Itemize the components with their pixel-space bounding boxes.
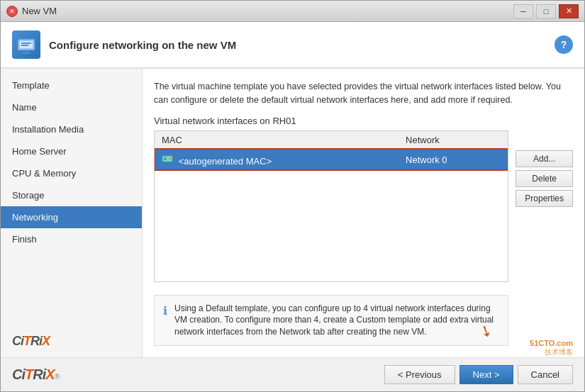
dialog-header: Configure networking on the new VM ? xyxy=(1,22,584,69)
delete-button[interactable]: Delete xyxy=(516,170,573,187)
mac-cell: <autogenerated MAC> xyxy=(155,149,399,170)
sidebar: Template Name Installation Media Home Se… xyxy=(1,69,143,357)
title-bar-controls: ─ □ ✕ xyxy=(513,4,579,18)
maximize-button[interactable]: □ xyxy=(536,4,556,18)
svg-point-8 xyxy=(169,157,172,160)
table-row[interactable]: <autogenerated MAC> Network 0 xyxy=(155,149,508,170)
close-button[interactable]: ✕ xyxy=(559,4,579,18)
minimize-button[interactable]: ─ xyxy=(513,4,533,18)
vni-label: Virtual network interfaces on RH01 xyxy=(154,116,573,126)
sidebar-item-installation-media[interactable]: Installation Media xyxy=(1,118,142,140)
dialog-title: Configure networking on the new VM xyxy=(49,39,236,51)
svg-rect-2 xyxy=(21,43,31,44)
info-icon: ℹ xyxy=(163,303,167,319)
sidebar-item-finish[interactable]: Finish xyxy=(1,228,142,250)
footer-buttons: < Previous Next > Cancel xyxy=(384,365,573,384)
sidebar-item-cpu-memory[interactable]: CPU & Memory xyxy=(1,162,142,184)
mac-column-header: MAC xyxy=(155,131,399,150)
svg-rect-7 xyxy=(164,157,167,160)
sidebar-items-list: Template Name Installation Media Home Se… xyxy=(1,69,142,256)
title-bar-left: ✕ New VM xyxy=(6,6,57,17)
footer-left: CiTRiX® xyxy=(12,366,60,383)
dialog-body: Template Name Installation Media Home Se… xyxy=(1,69,584,357)
window-title: New VM xyxy=(22,6,57,16)
sidebar-item-storage[interactable]: Storage xyxy=(1,184,142,206)
sidebar-citrix-logo: CiTRiX xyxy=(1,324,142,357)
sidebar-item-template[interactable]: Template xyxy=(1,74,142,96)
next-button[interactable]: Next > xyxy=(459,365,513,384)
header-left: Configure networking on the new VM xyxy=(12,30,236,59)
network-table: MAC Network xyxy=(155,131,508,170)
info-box: ℹ Using a Default template, you can conf… xyxy=(154,295,508,346)
network-content: MAC Network xyxy=(154,130,573,347)
section-description: The virtual machine template you have se… xyxy=(154,80,573,107)
svg-rect-5 xyxy=(22,52,30,54)
title-bar: ✕ New VM ─ □ ✕ xyxy=(1,1,584,22)
window-close-icon[interactable]: ✕ xyxy=(6,6,18,17)
cancel-button[interactable]: Cancel xyxy=(518,365,573,384)
properties-button[interactable]: Properties xyxy=(516,190,573,207)
table-section: MAC Network xyxy=(154,130,508,347)
dialog-footer: CiTRiX® < Previous Next > Cancel xyxy=(1,357,584,391)
footer-citrix-logo: CiTRiX® xyxy=(12,366,60,383)
main-panel: The virtual machine template you have se… xyxy=(143,69,584,357)
help-button[interactable]: ? xyxy=(555,35,573,54)
info-text: Using a Default template, you can config… xyxy=(174,303,499,338)
network-row-icon xyxy=(162,153,173,164)
sidebar-item-networking[interactable]: Networking xyxy=(1,206,142,228)
sidebar-item-home-server[interactable]: Home Server xyxy=(1,140,142,162)
network-cell: Network 0 xyxy=(399,149,508,170)
header-icon xyxy=(12,30,40,59)
previous-button[interactable]: < Previous xyxy=(384,365,455,384)
network-column-header: Network xyxy=(399,131,508,150)
network-table-container: MAC Network xyxy=(154,130,508,282)
svg-rect-3 xyxy=(21,45,28,46)
sidebar-item-name[interactable]: Name xyxy=(1,96,142,118)
main-window: ✕ New VM ─ □ ✕ Configure networking on t… xyxy=(0,0,585,392)
action-buttons: Add... Delete Properties xyxy=(508,130,573,347)
add-button[interactable]: Add... xyxy=(516,150,573,167)
